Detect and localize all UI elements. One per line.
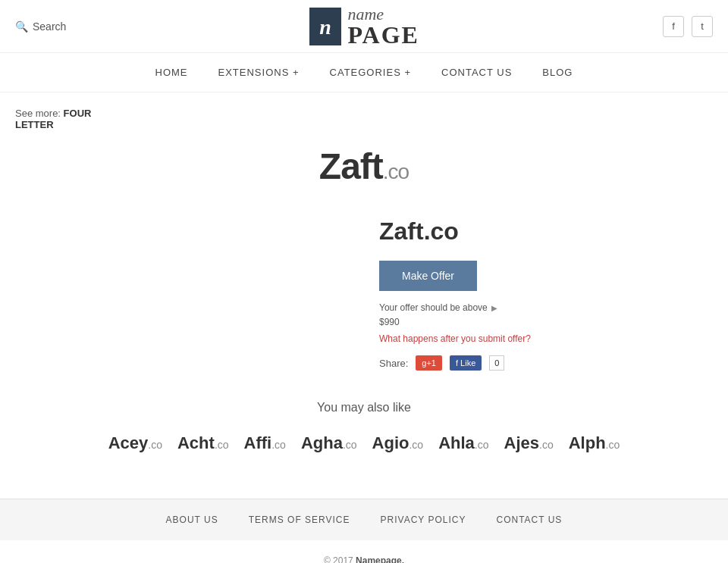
content-area: Zaft.co Make Offer Your offer should be …: [15, 210, 713, 371]
footer-privacy[interactable]: PRIVACY POLICY: [381, 515, 466, 525]
domain-image-area: [15, 210, 349, 371]
domain-title: Zaft.co: [379, 217, 713, 246]
facebook-like-button[interactable]: f Like: [450, 355, 482, 371]
brand-name: Namepage.: [356, 555, 404, 563]
nav-extensions[interactable]: EXTENSIONS +: [218, 67, 300, 78]
header: 🔍 Search n name PAGE f t: [0, 0, 728, 53]
nav-home[interactable]: HOME: [155, 67, 188, 78]
list-item[interactable]: Agio.co: [372, 433, 424, 453]
main-content: See more: FOUR LETTER Zaft.co Zaft.co Ma…: [0, 92, 728, 483]
domain-display: Zaft.co: [15, 145, 713, 187]
offer-amount: $990: [379, 317, 713, 327]
logo[interactable]: n name PAGE: [309, 6, 419, 47]
list-item[interactable]: Alph.co: [569, 433, 620, 453]
share-label: Share:: [379, 358, 408, 369]
logo-page: PAGE: [347, 23, 419, 47]
domain-name: Zaft: [319, 146, 383, 186]
list-item[interactable]: Acht.co: [177, 433, 229, 453]
facebook-icon[interactable]: f: [663, 16, 684, 37]
footer-contact[interactable]: CONTACT US: [496, 515, 562, 525]
logo-icon: n: [309, 8, 341, 45]
domain-logo: Zaft.co: [319, 146, 409, 186]
search-icon: 🔍: [15, 20, 28, 33]
footer-bottom: © 2017 Namepage.: [0, 540, 728, 563]
also-like-title: You may also like: [15, 401, 713, 414]
logo-text: name PAGE: [347, 6, 419, 47]
footer-about[interactable]: ABOUT US: [166, 515, 218, 525]
see-more-prefix: See more:: [15, 108, 61, 119]
nav-categories[interactable]: CATEGORIES +: [330, 67, 411, 78]
gplus-button[interactable]: g+1: [416, 355, 442, 371]
social-icons: f t: [663, 16, 713, 37]
twitter-icon[interactable]: t: [692, 16, 713, 37]
also-like-section: You may also like Acey.co Acht.co Affi.c…: [15, 401, 713, 453]
logo-name: name: [347, 6, 419, 23]
facebook-count: 0: [489, 355, 504, 371]
arrow-icon: ▶: [491, 304, 497, 312]
domain-list: Acey.co Acht.co Affi.co Agha.co Agio.co …: [15, 433, 713, 453]
nav-contact[interactable]: CONTACT US: [441, 67, 512, 78]
offer-hint: Your offer should be above ▶: [379, 302, 713, 313]
domain-tld: .co: [383, 160, 409, 183]
navigation: HOME EXTENSIONS + CATEGORIES + CONTACT U…: [0, 53, 728, 92]
nav-blog[interactable]: BLOG: [542, 67, 573, 78]
list-item[interactable]: Acey.co: [108, 433, 162, 453]
list-item[interactable]: Ajes.co: [504, 433, 554, 453]
footer-links: ABOUT US TERMS OF SERVICE PRIVACY POLICY…: [0, 499, 728, 540]
search-label: Search: [33, 20, 66, 33]
svg-text:n: n: [320, 15, 332, 39]
what-happens-link[interactable]: What happens after you submit offer?: [379, 333, 713, 344]
search-bar[interactable]: 🔍 Search: [15, 20, 66, 33]
list-item[interactable]: Agha.co: [301, 433, 357, 453]
domain-info: Zaft.co Make Offer Your offer should be …: [379, 210, 713, 371]
share-row: Share: g+1 f Like 0: [379, 355, 713, 371]
list-item[interactable]: Affi.co: [244, 433, 286, 453]
footer-terms[interactable]: TERMS OF SERVICE: [249, 515, 350, 525]
make-offer-button[interactable]: Make Offer: [379, 261, 477, 291]
copyright-text: © 2017: [324, 555, 356, 563]
list-item[interactable]: Ahla.co: [438, 433, 488, 453]
breadcrumb: See more: FOUR LETTER: [15, 108, 713, 130]
